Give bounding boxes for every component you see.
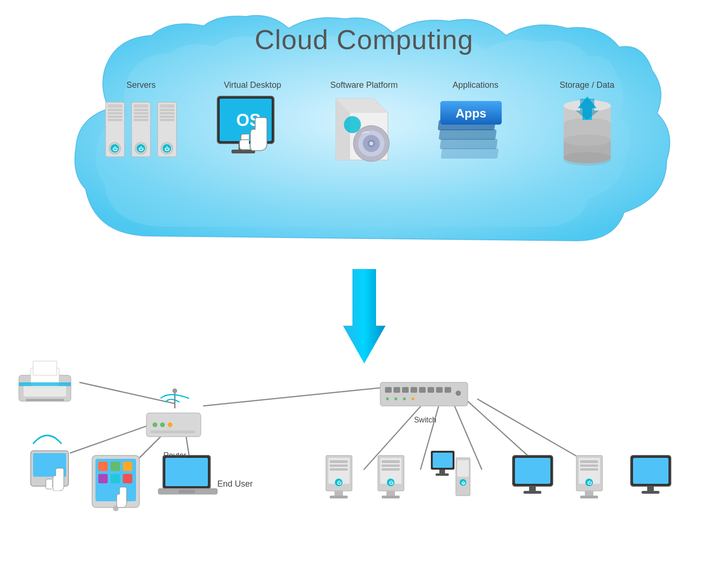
svg-point-111: [403, 397, 406, 400]
svg-rect-87: [123, 474, 132, 483]
cloud-title: Cloud Computing: [255, 24, 473, 55]
cloud-items: Servers ⏻: [86, 80, 643, 166]
svg-point-98: [168, 422, 172, 427]
svg-rect-101: [385, 387, 392, 393]
svg-rect-122: [330, 496, 348, 498]
svg-rect-137: [433, 453, 453, 468]
storage-label: Storage / Data: [559, 80, 614, 90]
svg-rect-90: [165, 458, 208, 486]
svg-text:Apps: Apps: [455, 106, 486, 120]
svg-text:⏻: ⏻: [389, 480, 394, 485]
cloud-container: Cloud Computing Servers ⏻: [57, 9, 671, 274]
svg-rect-133: [457, 460, 469, 477]
desktop-4: [510, 453, 557, 507]
cloud-item-storage: Storage / Data: [540, 80, 634, 166]
desktop-6: [628, 453, 676, 507]
switch-device: Switch: [378, 375, 472, 424]
svg-rect-43: [439, 139, 497, 149]
svg-rect-84: [123, 462, 132, 471]
svg-rect-148: [580, 468, 598, 471]
svg-rect-21: [160, 112, 174, 114]
svg-rect-20: [160, 109, 174, 110]
svg-marker-61: [343, 269, 385, 363]
svg-rect-75: [19, 382, 71, 386]
svg-point-96: [153, 422, 157, 427]
svg-text:⏻: ⏻: [461, 481, 465, 485]
cloud-item-virtual-desktop: Virtual Desktop OS: [206, 80, 300, 166]
svg-rect-146: [580, 460, 598, 463]
applications-label: Applications: [453, 80, 498, 90]
tablet-device: [90, 453, 146, 516]
svg-rect-141: [515, 458, 550, 484]
svg-point-41: [344, 116, 361, 133]
svg-rect-126: [382, 464, 400, 467]
desktop-2: ⏻: [373, 453, 411, 512]
svg-rect-42: [440, 148, 498, 159]
router-label: Router: [142, 451, 208, 460]
svg-rect-127: [382, 468, 400, 471]
mobile-device: [24, 430, 85, 493]
cloud-item-applications: Applications: [428, 80, 523, 166]
svg-rect-4: [107, 115, 122, 117]
software-platform-icon: [326, 95, 402, 166]
svg-text:⏻: ⏻: [164, 145, 169, 151]
desktop-1: ⏻: [321, 453, 359, 512]
svg-text:⏻: ⏻: [138, 145, 143, 151]
svg-rect-2: [107, 109, 122, 110]
svg-rect-107: [436, 387, 443, 393]
cloud-item-servers: Servers ⏻: [94, 80, 188, 166]
servers-icon: ⏻ ⏻: [103, 95, 179, 166]
svg-rect-118: [330, 468, 348, 471]
svg-rect-85: [98, 474, 108, 483]
cloud-arrow-down: [336, 269, 393, 365]
svg-rect-100: [380, 382, 468, 406]
svg-rect-83: [111, 462, 120, 471]
svg-rect-152: [580, 496, 598, 498]
router-device: Router: [142, 387, 208, 460]
svg-point-110: [394, 397, 397, 400]
switch-label: Switch: [378, 416, 472, 424]
svg-rect-103: [402, 387, 409, 393]
svg-rect-154: [633, 458, 668, 484]
storage-icon: [549, 95, 625, 166]
printer-device: [14, 359, 80, 413]
svg-rect-106: [428, 387, 434, 393]
svg-point-109: [386, 397, 389, 400]
svg-rect-147: [580, 464, 598, 467]
svg-rect-13: [134, 115, 148, 117]
svg-rect-102: [394, 387, 400, 393]
svg-text:⏻: ⏻: [112, 145, 117, 151]
svg-rect-77: [33, 361, 57, 375]
svg-rect-22: [160, 115, 174, 117]
svg-point-52: [564, 152, 611, 163]
svg-rect-116: [330, 460, 348, 463]
svg-text:⏻: ⏻: [587, 480, 592, 485]
svg-point-97: [160, 422, 165, 427]
desktop-3: ⏻: [430, 448, 472, 512]
svg-rect-143: [523, 491, 541, 494]
svg-rect-131: [382, 496, 400, 498]
svg-rect-3: [107, 112, 122, 114]
applications-icon: Apps: [438, 95, 514, 166]
svg-point-112: [411, 397, 414, 400]
svg-point-55: [564, 135, 611, 146]
svg-rect-23: [160, 119, 174, 121]
svg-rect-92: [179, 490, 195, 493]
svg-point-94: [172, 388, 177, 393]
virtual-desktop-icon: OS: [215, 95, 291, 166]
end-user-label: End User: [217, 479, 253, 489]
laptop-device: [156, 453, 222, 507]
svg-point-113: [456, 391, 461, 396]
svg-rect-108: [445, 387, 451, 393]
svg-rect-99: [150, 430, 195, 433]
svg-rect-86: [111, 474, 120, 483]
software-platform-label: Software Platform: [330, 80, 398, 90]
svg-rect-11: [134, 109, 148, 110]
svg-point-40: [369, 142, 373, 145]
servers-label: Servers: [126, 80, 155, 90]
svg-rect-10: [134, 104, 148, 107]
svg-rect-104: [411, 387, 417, 393]
svg-rect-76: [26, 399, 64, 401]
svg-rect-44: [438, 129, 497, 140]
svg-rect-125: [382, 460, 400, 463]
